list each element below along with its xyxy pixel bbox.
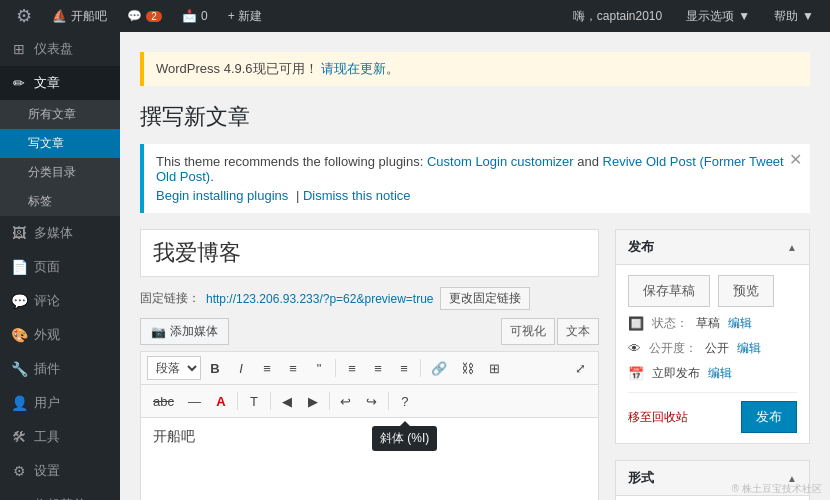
publish-btn[interactable]: 发布 <box>741 401 797 433</box>
comments-link[interactable]: 💬 2 <box>119 0 170 32</box>
unlink-icon: ⛓ <box>461 361 474 376</box>
insert-table-btn[interactable]: ⊞ <box>482 356 506 380</box>
permalink-url[interactable]: http://123.206.93.233/?p=62&preview=true <box>206 292 434 306</box>
sidebar-item-dashboard[interactable]: ⊞ 仪表盘 <box>0 32 120 66</box>
sidebar-item-tags[interactable]: 标签 <box>0 187 120 216</box>
italic-btn[interactable]: I <box>229 356 253 380</box>
message-icon: 📩 <box>182 9 197 23</box>
indent-btn[interactable]: ▶ <box>301 389 325 413</box>
publish-panel-header[interactable]: 发布 ▲ <box>616 230 809 265</box>
posts-icon: ✏ <box>10 75 28 91</box>
sidebar-item-pages[interactable]: 📄 页面 <box>0 250 120 284</box>
permalink-row: 固定链接： http://123.206.93.233/?p=62&previe… <box>140 287 599 310</box>
preview-btn[interactable]: 预览 <box>718 275 774 307</box>
unlink-btn[interactable]: ⛓ <box>455 356 480 380</box>
formatting-bar-2: abc — A T ◀ <box>140 384 599 417</box>
comment-icon: 💬 <box>127 9 142 23</box>
paste-text-icon: T <box>250 394 258 409</box>
sidebar-item-comments[interactable]: 💬 评论 <box>0 284 120 318</box>
hr-btn[interactable]: — <box>182 389 207 413</box>
link-icon: 🔗 <box>431 361 447 376</box>
greeting: 嗨，captain2010 <box>565 0 670 32</box>
ul-icon: ≡ <box>263 361 271 376</box>
sidebar-item-posts[interactable]: ✏ 文章 <box>0 66 120 100</box>
sidebar-item-new-post[interactable]: 写文章 <box>0 129 120 158</box>
visibility-edit-link[interactable]: 编辑 <box>737 340 761 357</box>
strikethrough-btn[interactable]: abc <box>147 389 180 413</box>
dismiss-notice-link[interactable]: Dismiss this notice <box>303 188 411 203</box>
text-color-icon: A <box>216 394 225 409</box>
status-edit-link[interactable]: 编辑 <box>728 315 752 332</box>
table-icon: ⊞ <box>489 361 500 376</box>
comments-icon: 💬 <box>10 293 28 309</box>
chevron-down-icon: ▼ <box>802 9 814 23</box>
update-notice: WordPress 4.9.6现已可用！ 请现在更新。 <box>140 52 810 86</box>
text-color-btn[interactable]: A <box>209 389 233 413</box>
publish-panel: 发布 ▲ 保存草稿 预览 🔲 状态： 草稿 编辑 <box>615 229 810 444</box>
outdent-icon: ◀ <box>282 394 292 409</box>
redo-icon: ↪ <box>366 394 377 409</box>
update-link[interactable]: 请现在更新 <box>321 61 386 76</box>
sidebar-item-users[interactable]: 👤 用户 <box>0 386 120 420</box>
align-left-btn[interactable]: ≡ <box>340 356 364 380</box>
visual-tab[interactable]: 可视化 <box>501 318 555 345</box>
help-icon: ? <box>401 394 408 409</box>
page-title: 撰写新文章 <box>140 102 810 132</box>
sidebar-item-categories[interactable]: 分类目录 <box>0 158 120 187</box>
strikethrough-icon: abc <box>153 394 174 409</box>
save-draft-btn[interactable]: 保存草稿 <box>628 275 710 307</box>
sidebar-item-appearance[interactable]: 🎨 外观 <box>0 318 120 352</box>
dismiss-x-btn[interactable]: ✕ <box>789 152 802 168</box>
paste-text-btn[interactable]: T <box>242 389 266 413</box>
site-name-link[interactable]: ⛵ 开船吧 <box>44 0 115 32</box>
change-permalink-btn[interactable]: 更改固定链接 <box>440 287 530 310</box>
publish-toggle-icon: ▲ <box>787 242 797 253</box>
install-plugins-link[interactable]: Begin installing plugins <box>156 188 288 203</box>
plugin1-link[interactable]: Custom Login customizer <box>427 154 574 169</box>
blockquote-icon: " <box>317 361 322 376</box>
wp-logo[interactable]: ⚙ <box>8 0 40 32</box>
post-title-input[interactable]: 我爱博客 <box>140 229 599 277</box>
sidebar-item-all-posts[interactable]: 所有文章 <box>0 100 120 129</box>
editor-content[interactable]: 开船吧 <box>140 417 599 500</box>
sidebar-item-tools[interactable]: 🛠 工具 <box>0 420 120 454</box>
display-options-btn[interactable]: 显示选项 ▼ <box>678 0 758 32</box>
new-content-link[interactable]: + 新建 <box>220 0 270 32</box>
outdent-btn[interactable]: ◀ <box>275 389 299 413</box>
users-icon: 👤 <box>10 395 28 411</box>
ul-btn[interactable]: ≡ <box>255 356 279 380</box>
plugins-icon: 🔧 <box>10 361 28 377</box>
pages-icon: 📄 <box>10 259 28 275</box>
fullscreen-btn[interactable]: ⤢ <box>568 356 592 380</box>
sidebar-item-plugins[interactable]: 🔧 插件 <box>0 352 120 386</box>
text-tab[interactable]: 文本 <box>557 318 599 345</box>
format-select[interactable]: 段落 <box>147 356 201 380</box>
fullscreen-icon: ⤢ <box>575 361 586 376</box>
help-btn[interactable]: 帮助 ▼ <box>766 0 822 32</box>
schedule-edit-link[interactable]: 编辑 <box>708 365 732 382</box>
formatting-bar-1: 段落 B I ≡ ≡ " ≡ <box>140 351 599 384</box>
trash-link[interactable]: 移至回收站 <box>628 409 688 426</box>
align-right-btn[interactable]: ≡ <box>392 356 416 380</box>
align-center-btn[interactable]: ≡ <box>366 356 390 380</box>
sidebar-item-settings[interactable]: ⚙ 设置 <box>0 454 120 488</box>
undo-btn[interactable]: ↩ <box>334 389 358 413</box>
sidebar-item-collapse[interactable]: ◀ 收起菜单 <box>0 488 120 500</box>
dashboard-icon: ⊞ <box>10 41 28 57</box>
sidebar-item-media[interactable]: 🖼 多媒体 <box>0 216 120 250</box>
ol-btn[interactable]: ≡ <box>281 356 305 380</box>
editor-main: 我爱博客 固定链接： http://123.206.93.233/?p=62&p… <box>140 229 599 500</box>
link-btn[interactable]: 🔗 <box>425 356 453 380</box>
add-media-icon: 📷 <box>151 325 166 339</box>
indent-icon: ▶ <box>308 394 318 409</box>
align-left-icon: ≡ <box>348 361 356 376</box>
bold-btn[interactable]: B <box>203 356 227 380</box>
add-media-btn[interactable]: 📷 添加媒体 <box>140 318 229 345</box>
admin-bar: ⚙ ⛵ 开船吧 💬 2 📩 0 + 新建 嗨，captain2010 显示选项 … <box>0 0 830 32</box>
editor-help-btn[interactable]: ? <box>393 389 417 413</box>
blockquote-btn[interactable]: " <box>307 356 331 380</box>
redo-btn[interactable]: ↪ <box>360 389 384 413</box>
align-center-icon: ≡ <box>374 361 382 376</box>
messages-link[interactable]: 📩 0 <box>174 0 216 32</box>
hr-icon: — <box>188 394 201 409</box>
